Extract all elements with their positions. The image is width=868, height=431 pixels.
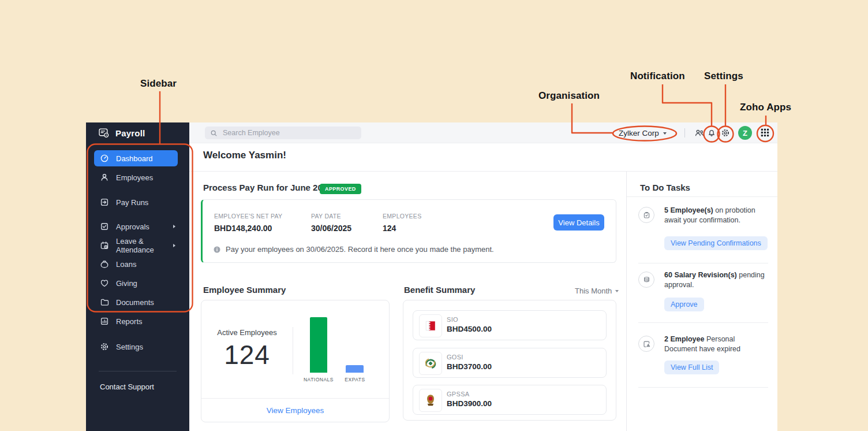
benefit-row-sio: SIO BHD4500.00 (413, 310, 607, 340)
pay-date-field: PAY DATE 30/06/2025 (311, 213, 351, 233)
search-box[interactable] (205, 127, 361, 139)
sidebar-item-documents[interactable]: Documents (94, 294, 181, 310)
sidebar-item-label: Pay Runs (116, 198, 148, 207)
view-full-list-button[interactable]: View Full List (664, 361, 719, 374)
settings-gear-icon (100, 342, 109, 351)
annotation-organisation-label: Organisation (538, 90, 600, 102)
benefit-amount: BHD3700.00 (447, 362, 492, 371)
organisation-selector[interactable]: Zylker Corp (619, 127, 667, 139)
employees-field: EMPLOYEES 124 (383, 213, 421, 233)
benefit-row-gosi: GOSI BHD3700.00 (413, 348, 607, 378)
field-value: 124 (383, 224, 421, 233)
loans-icon (100, 259, 109, 269)
sio-logo (419, 314, 442, 337)
view-employees-link[interactable]: View Employees (267, 406, 324, 415)
sidebar-item-giving[interactable]: Giving (94, 275, 181, 291)
task-text: 60 Salary Revision(s) pending approval. (664, 270, 767, 290)
organisation-name: Zylker Corp (619, 129, 659, 138)
view-pending-confirmations-button[interactable]: View Pending Confirmations (664, 236, 768, 250)
field-label: EMPLOYEES (383, 213, 421, 220)
approve-button[interactable]: Approve (664, 298, 704, 311)
todo-divider (627, 196, 777, 197)
task-count: 5 Employee(s) (664, 206, 713, 214)
employees-icon (100, 173, 109, 182)
task-divider (638, 263, 768, 263)
app-window: Payroll Dashboard Employees Pay Runs (86, 122, 777, 431)
payrun-section-title: Process Pay Run for June 2025 (203, 183, 332, 192)
sidebar-item-label: Documents (116, 298, 154, 307)
period-dropdown[interactable]: This Month (575, 287, 619, 295)
sidebar-item-label: Dashboard (116, 154, 153, 163)
submenu-arrow-icon (173, 225, 175, 228)
employee-summary-footer: View Employees (201, 398, 389, 422)
field-label: EMPLOYEE'S NET PAY (214, 213, 282, 220)
submenu-arrow-icon (173, 244, 175, 247)
todo-panel: To Do Tasks 5 Employee(s) on probotion a… (626, 171, 777, 431)
chevron-down-icon (615, 290, 619, 292)
sidebar-item-label: Leave & Attendance (116, 237, 166, 254)
annotation-notification-line (663, 84, 712, 126)
sidebar-item-approvals[interactable]: Approvals (94, 218, 181, 235)
benefit-amount: BHD4500.00 (447, 325, 492, 333)
benefit-row-gpssa: GPSSA BHD3900.00 (413, 385, 607, 415)
task-count: 60 Salary Revision(s) (664, 271, 737, 279)
task-count: 2 Employee (664, 335, 704, 343)
payroll-logo-icon (98, 127, 110, 139)
active-employees-stat: Active Employees 124 (201, 300, 293, 370)
card-vertical-divider (293, 327, 293, 374)
gpssa-logo (419, 389, 442, 412)
leave-attendance-icon (100, 241, 109, 250)
sidebar-item-label: Settings (116, 343, 143, 351)
salary-coins-icon (638, 272, 654, 288)
sidebar-item-label: Loans (116, 260, 136, 269)
gosi-logo (419, 352, 442, 375)
sidebar-item-label: Approvals (116, 222, 149, 231)
app-logo: Payroll (98, 127, 145, 139)
payrun-note-text: Pay your employees on 30/06/2025. Record… (226, 245, 494, 254)
sidebar-item-settings[interactable]: Settings (94, 339, 181, 355)
nationals-bar-label: NATIONALS (297, 377, 340, 382)
view-details-button[interactable]: View Details (553, 214, 604, 231)
annotation-sidebar-label: Sidebar (140, 78, 177, 90)
field-value: BHD148,240.00 (214, 224, 282, 233)
search-input[interactable] (222, 128, 356, 138)
search-icon (210, 129, 218, 137)
benefit-summary-title: Benefit Summary (404, 285, 475, 295)
sidebar-item-pay-runs[interactable]: Pay Runs (94, 194, 181, 210)
reports-icon (100, 317, 109, 326)
sidebar-item-employees[interactable]: Employees (94, 169, 181, 185)
sidebar-item-reports[interactable]: Reports (94, 313, 181, 329)
employee-summary-title: Employee Summary (203, 285, 286, 295)
sidebar-item-leave-attendance[interactable]: Leave & Attendance (94, 237, 181, 254)
sidebar-item-label: Giving (116, 279, 137, 288)
contact-support-link[interactable]: Contact Support (100, 382, 154, 391)
sidebar: Payroll Dashboard Employees Pay Runs (86, 122, 189, 431)
task-text: 2 Employee Personal Document have expire… (664, 335, 767, 354)
period-value: This Month (575, 287, 612, 295)
sidebar-item-label: Employees (116, 173, 153, 182)
annotation-zoho-apps-label: Zoho Apps (740, 102, 791, 113)
sidebar-item-label: Reports (116, 317, 143, 326)
settings-gear-icon[interactable] (721, 128, 730, 138)
referral-users-icon[interactable] (694, 128, 705, 138)
info-icon (213, 246, 221, 254)
annotation-settings-label: Settings (704, 70, 743, 82)
benefit-summary-card: SIO BHD4500.00 GOSI BHD3700.00 GPSSA (403, 300, 616, 421)
notification-bell-icon[interactable] (707, 128, 716, 138)
chevron-down-icon (663, 132, 667, 135)
pay-runs-icon (100, 198, 109, 207)
avatar-letter: Z (743, 129, 747, 138)
sidebar-item-dashboard[interactable]: Dashboard (94, 150, 178, 166)
active-employees-label: Active Employees (201, 328, 293, 337)
giving-heart-icon (100, 278, 109, 288)
probation-clipboard-icon (638, 207, 654, 223)
employee-summary-card: Active Employees 124 NATIONALS EXPATS Vi… (201, 300, 390, 422)
zoho-apps-grid-icon[interactable] (760, 128, 770, 137)
nationals-bar (310, 317, 327, 373)
sidebar-item-loans[interactable]: Loans (94, 256, 181, 272)
benefit-name: GOSI (447, 354, 463, 361)
document-expired-icon (638, 336, 654, 352)
user-avatar[interactable]: Z (738, 126, 752, 140)
status-badge: APPROVED (320, 184, 361, 194)
page-title: Welcome Yasmin! (203, 150, 286, 161)
